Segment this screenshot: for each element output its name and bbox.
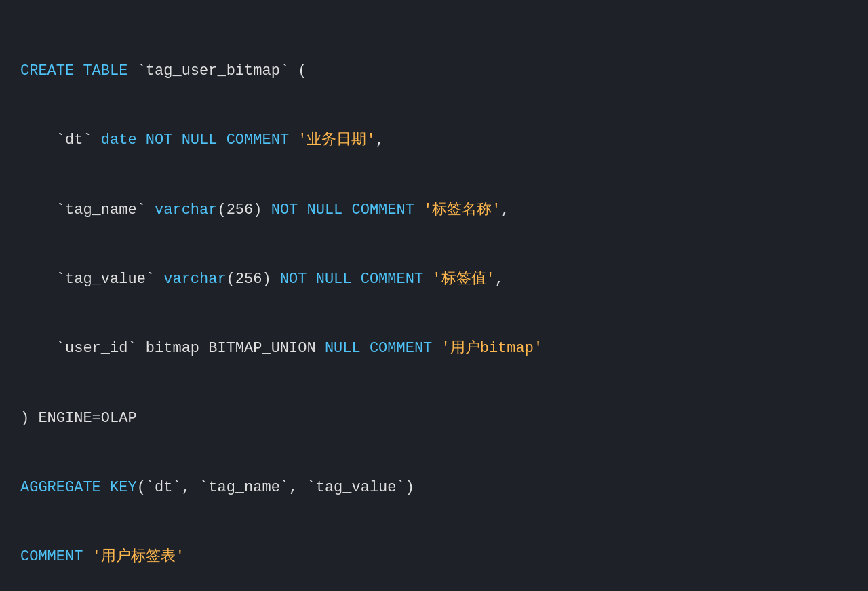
code-content: CREATE TABLE `tag_user_bitmap` ( `dt` da…	[20, 14, 848, 591]
line-1: CREATE TABLE `tag_user_bitmap` (	[20, 60, 848, 83]
line-2: `dt` date NOT NULL COMMENT '业务日期',	[20, 129, 848, 152]
line-7: AGGREGATE KEY(`dt`, `tag_name`, `tag_val…	[20, 476, 848, 499]
line-6: ) ENGINE=OLAP	[20, 407, 848, 430]
code-editor: CREATE TABLE `tag_user_bitmap` ( `dt` da…	[0, 0, 868, 591]
line-4: `tag_value` varchar(256) NOT NULL COMMEN…	[20, 268, 848, 291]
line-8: COMMENT '用户标签表'	[20, 546, 848, 569]
line-5: `user_id` bitmap BITMAP_UNION NULL COMME…	[20, 337, 848, 360]
line-3: `tag_name` varchar(256) NOT NULL COMMENT…	[20, 199, 848, 222]
